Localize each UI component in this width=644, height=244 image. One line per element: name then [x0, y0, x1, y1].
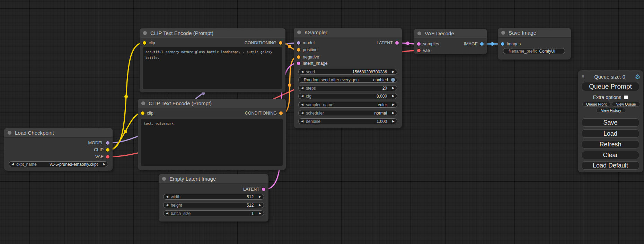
widget-label: cfg — [306, 94, 311, 99]
input-port-latent-image[interactable] — [297, 62, 300, 65]
input-label-clip: clip — [147, 111, 153, 116]
widget-label: width — [171, 195, 180, 199]
widget-filename-prefix[interactable]: filename_prefix ComfyUI — [503, 48, 565, 54]
node-clip-text-encode-negative[interactable]: CLIP Text Encode (Prompt) clip CONDITION… — [138, 99, 286, 170]
widget-label: height — [171, 203, 182, 208]
output-port-latent[interactable] — [395, 41, 399, 45]
increment-arrow-icon[interactable]: ▶ — [392, 120, 395, 123]
decrement-arrow-icon[interactable]: ◀ — [301, 120, 303, 123]
node-save-image-titlebar[interactable]: Save Image — [498, 28, 571, 38]
view-history-button[interactable]: View History — [596, 108, 626, 113]
widget-label: steps — [306, 86, 316, 91]
extra-options-checkbox[interactable] — [624, 95, 628, 100]
output-port-clip[interactable] — [106, 148, 109, 152]
output-port-conditioning[interactable] — [279, 111, 283, 115]
negative-prompt-textarea[interactable]: text, watermark — [141, 119, 283, 166]
increment-arrow-icon[interactable]: ▶ — [259, 204, 261, 207]
collapse-toggle-icon[interactable] — [297, 30, 301, 34]
increment-arrow-icon[interactable]: ▶ — [392, 87, 395, 90]
collapse-toggle-icon[interactable] — [143, 31, 147, 35]
node-ksampler[interactable]: KSampler model positive negative latent_… — [294, 28, 402, 128]
increment-arrow-icon[interactable]: ▶ — [259, 195, 261, 198]
increment-arrow-icon[interactable]: ▶ — [392, 70, 395, 73]
input-port-images[interactable] — [501, 42, 504, 46]
clear-button[interactable]: Clear — [582, 151, 639, 159]
output-port-latent[interactable] — [262, 188, 265, 191]
decrement-arrow-icon[interactable]: ◀ — [301, 103, 303, 106]
output-port-vae[interactable] — [106, 155, 109, 159]
decrement-arrow-icon[interactable]: ◀ — [166, 204, 168, 207]
output-port-image[interactable] — [480, 42, 484, 46]
widget-width[interactable]: ◀ width 512 ▶ — [163, 194, 264, 200]
node-clip-negative-titlebar[interactable]: CLIP Text Encode (Prompt) — [138, 99, 286, 108]
increment-arrow-icon[interactable]: ▶ — [392, 111, 395, 115]
node-title: Load Checkpoint — [15, 130, 54, 136]
drag-handle-icon[interactable]: ⠿ — [581, 75, 585, 79]
collapse-toggle-icon[interactable] — [501, 31, 505, 35]
increment-arrow-icon[interactable]: ▶ — [392, 94, 395, 98]
widget-label: Random seed after every gen — [304, 78, 359, 82]
input-port-clip[interactable] — [141, 111, 144, 115]
decrement-arrow-icon[interactable]: ◀ — [11, 163, 14, 166]
save-button[interactable]: Save — [582, 118, 639, 127]
node-ksampler-titlebar[interactable]: KSampler — [294, 28, 402, 37]
refresh-button[interactable]: Refresh — [582, 140, 639, 148]
node-load-checkpoint[interactable]: Load Checkpoint MODEL CLIP VAE ◀ ckpt_na… — [4, 128, 113, 171]
queue-prompt-button[interactable]: Queue Prompt — [582, 82, 639, 91]
increment-arrow-icon[interactable]: ▶ — [392, 103, 395, 106]
widget-height[interactable]: ◀ height 512 ▶ — [163, 202, 264, 208]
positive-prompt-textarea[interactable]: beautiful scenery nature glass bottle la… — [143, 47, 282, 89]
settings-gear-icon[interactable]: ⚙ — [635, 74, 641, 80]
widget-value: 156680208700286 — [352, 70, 387, 74]
output-label-latent: LATENT — [243, 187, 259, 192]
widget-random-seed-toggle[interactable]: Random seed after every gen enabled — [298, 77, 397, 83]
decrement-arrow-icon[interactable]: ◀ — [301, 111, 303, 115]
collapse-toggle-icon[interactable] — [141, 101, 145, 105]
collapse-toggle-icon[interactable] — [417, 31, 421, 35]
node-clip-text-encode-positive[interactable]: CLIP Text Encode (Prompt) clip CONDITION… — [140, 28, 285, 92]
decrement-arrow-icon[interactable]: ◀ — [301, 70, 303, 73]
node-graph-canvas[interactable]: Load Checkpoint MODEL CLIP VAE ◀ ckpt_na… — [0, 0, 644, 244]
input-label-latent-image: latent_image — [303, 61, 328, 66]
input-port-clip[interactable] — [143, 41, 146, 45]
widget-value: 512 — [247, 203, 254, 208]
collapse-toggle-icon[interactable] — [162, 177, 166, 181]
load-button[interactable]: Load — [582, 129, 639, 138]
view-queue-button[interactable]: View Queue — [612, 102, 640, 107]
output-port-model[interactable] — [106, 141, 109, 145]
node-save-image[interactable]: Save Image images filename_prefix ComfyU… — [498, 28, 571, 60]
widget-steps[interactable]: ◀ steps 20 ▶ — [298, 85, 397, 91]
widget-ckpt-name[interactable]: ◀ ckpt_name v1-5-pruned-emaonly.ckpt ▶ — [9, 161, 108, 167]
input-label-images: images — [507, 42, 521, 46]
input-port-model[interactable] — [297, 41, 300, 45]
node-title: VAE Decode — [425, 30, 454, 36]
toggle-enabled-icon[interactable] — [391, 78, 395, 82]
decrement-arrow-icon[interactable]: ◀ — [166, 195, 168, 198]
input-port-vae[interactable] — [417, 49, 421, 52]
widget-sampler-name[interactable]: ◀ sampler_name euler ▶ — [298, 102, 397, 108]
increment-arrow-icon[interactable]: ▶ — [259, 212, 261, 215]
node-load-checkpoint-titlebar[interactable]: Load Checkpoint — [4, 128, 113, 138]
decrement-arrow-icon[interactable]: ◀ — [301, 94, 303, 98]
collapse-toggle-icon[interactable] — [8, 131, 11, 135]
input-port-positive[interactable] — [297, 48, 300, 52]
input-port-samples[interactable] — [417, 42, 421, 46]
node-clip-positive-titlebar[interactable]: CLIP Text Encode (Prompt) — [140, 28, 285, 38]
queue-panel: ⠿ Queue size: 0 ⚙ Queue Prompt Extra opt… — [578, 70, 643, 172]
node-empty-latent-image[interactable]: Empty Latent Image LATENT ◀ width 512 ▶ … — [159, 174, 268, 222]
queue-front-button[interactable]: Queue Front — [582, 102, 610, 107]
increment-arrow-icon[interactable]: ▶ — [103, 163, 105, 166]
decrement-arrow-icon[interactable]: ◀ — [301, 87, 303, 90]
node-vae-decode-titlebar[interactable]: VAE Decode — [414, 29, 487, 38]
input-port-negative[interactable] — [297, 55, 300, 59]
output-port-conditioning[interactable] — [279, 41, 282, 45]
widget-denoise[interactable]: ◀ denoise 1.000 ▶ — [298, 118, 397, 124]
widget-scheduler[interactable]: ◀ scheduler normal ▶ — [298, 110, 397, 116]
node-vae-decode[interactable]: VAE Decode samples vae IMAGE — [414, 29, 487, 54]
widget-cfg[interactable]: ◀ cfg 8.000 ▶ — [298, 93, 397, 99]
widget-batch-size[interactable]: ◀ batch_size 1 ▶ — [163, 210, 264, 216]
widget-seed[interactable]: ◀ seed 156680208700286 ▶ — [298, 69, 397, 75]
load-default-button[interactable]: Load Default — [582, 161, 639, 170]
node-empty-latent-titlebar[interactable]: Empty Latent Image — [159, 174, 268, 184]
decrement-arrow-icon[interactable]: ◀ — [166, 212, 168, 215]
